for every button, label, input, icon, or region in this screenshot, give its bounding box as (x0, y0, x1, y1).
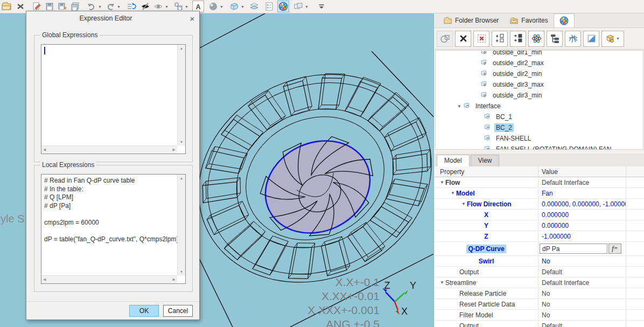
dialog-titlebar[interactable]: Expression Editor × (26, 11, 199, 25)
scroll-right-icon[interactable]: ▶ (173, 277, 176, 282)
property-row-swirl[interactable]: SwirlNo (435, 256, 644, 267)
tab-folder-browser[interactable]: Folder Browser (438, 13, 504, 27)
property-value: Default (542, 322, 562, 327)
property-row-z[interactable]: Z-1.000000 (435, 231, 644, 242)
window-layout-dropdown-icon[interactable]: ▼ (304, 5, 309, 9)
tab-model[interactable]: Model (437, 155, 470, 167)
undo-icon (87, 2, 96, 11)
shaded-display-button[interactable] (583, 31, 599, 47)
global-expressions-label: Global Expressions (40, 31, 100, 39)
expand-arrow-icon[interactable]: ▼ (460, 201, 467, 206)
close-icon[interactable]: × (185, 14, 199, 23)
delete-button[interactable] (455, 31, 471, 47)
tab-view[interactable]: View (471, 155, 500, 166)
cancel-button[interactable]: Cancel (163, 305, 193, 317)
tree-item-outside-dir2-min[interactable]: ()outside_dir2_min (436, 68, 643, 79)
property-name: Y (484, 222, 488, 229)
show-dropdown-icon[interactable]: ▼ (164, 5, 169, 9)
vertical-scrollbar[interactable]: ▲▼ (177, 45, 185, 145)
horizontal-scrollbar[interactable]: ◀▶ (41, 275, 177, 283)
text-caret (44, 47, 45, 54)
delete-marked-button[interactable] (473, 31, 489, 47)
dropdown-icon[interactable]: ▼ (615, 37, 621, 40)
select-region-button[interactable] (437, 31, 453, 47)
property-value: Default (542, 268, 562, 276)
tree-item-outside-dir3-min[interactable]: ()outside_dir3_min (436, 90, 643, 101)
close-window-button[interactable] (15, 1, 26, 12)
domains-tree-button[interactable] (547, 31, 563, 47)
local-expressions-label: Local Expressions (40, 161, 96, 169)
vertical-scrollbar[interactable]: ▲▼ (177, 175, 185, 275)
render-style-dropdown-icon[interactable]: ▼ (219, 5, 224, 9)
scroll-left-icon[interactable]: ◀ (43, 148, 46, 152)
property-row-reset-particle-data[interactable]: Reset Particle DataNo (435, 299, 644, 310)
property-value: 0.000000 (542, 211, 569, 219)
property-row-output[interactable]: OutputDefault (435, 267, 644, 277)
property-name: Swirl (479, 258, 494, 265)
property-row-streamline[interactable]: ▼StreamlineDefault Interface (435, 277, 644, 288)
property-row-q-dp-curve[interactable]: Q-DP Curvef= (435, 242, 644, 256)
named-views-dropdown-icon[interactable]: ▼ (240, 5, 245, 9)
section-button[interactable] (248, 1, 260, 12)
physics-models-button[interactable] (528, 31, 544, 47)
expand-arrow-icon[interactable]: ▼ (450, 191, 456, 196)
tree-item-fan-shell[interactable]: FAN-SHELL (436, 133, 643, 144)
tree-item-label: outside_dir2_min (491, 69, 543, 78)
scroll-up-icon[interactable]: ▲ (180, 176, 184, 180)
property-row-release-particle[interactable]: Release ParticleNo (435, 288, 644, 299)
render-style-button[interactable] (207, 1, 219, 12)
undo-dropdown-icon[interactable]: ▼ (97, 5, 102, 9)
property-name: Output (459, 322, 479, 327)
property-row-flow-direction[interactable]: ▼Flow Direction0.000000, 0.000000, -1.00… (435, 199, 644, 210)
scroll-up-icon[interactable]: ▲ (180, 46, 184, 50)
tree-item-bc-1[interactable]: BC_1 (436, 112, 643, 122)
fan-analysis-button[interactable] (277, 1, 289, 12)
expand-all-button[interactable] (492, 31, 508, 47)
window-layout-button[interactable] (292, 1, 304, 12)
display-options-button[interactable]: ▼ (601, 31, 624, 47)
ok-button[interactable]: OK (129, 305, 159, 317)
qdp-curve-input[interactable] (540, 243, 607, 254)
property-row-filter-model[interactable]: Filter ModelNo (435, 310, 644, 321)
tree-item-interface[interactable]: ▼Interface (436, 101, 643, 112)
tree-item-label: outside_dir1_min (491, 50, 543, 57)
property-row-output[interactable]: OutputDefault (435, 321, 644, 327)
save-view-dropdown-icon[interactable]: ▼ (184, 5, 189, 9)
redo-icon (106, 2, 115, 11)
property-row-x[interactable]: X0.000000 (435, 210, 644, 220)
save-as-icon (58, 2, 67, 11)
scroll-down-icon[interactable]: ▼ (180, 140, 184, 144)
function-editor-button[interactable]: f= (608, 243, 621, 254)
expand-arrow-icon[interactable]: ▼ (455, 104, 464, 109)
property-row-model[interactable]: ▼ModelFan (435, 188, 644, 199)
tree-item-outside-dir1-min[interactable]: ()outside_dir1_min (436, 50, 643, 58)
tree-item-outside-dir3-max[interactable]: ()outside_dir3_max (436, 79, 643, 90)
mesh-button[interactable] (565, 31, 581, 47)
global-expressions-textarea[interactable]: ▲▼ ◀▶ (41, 44, 186, 154)
global-expressions-group: Global Expressions ▲▼ ◀▶ (34, 35, 193, 162)
tree-item-outside-dir2-max[interactable]: ()outside_dir2_max (436, 58, 643, 68)
tree-item-fan-shell-rotating-domain-fan[interactable]: FAN-SHELL (ROTATING DOMAIN) FAN (436, 144, 643, 150)
property-row-y[interactable]: Y0.000000 (435, 220, 644, 231)
property-value: No (542, 290, 550, 297)
tree-item-bc-2[interactable]: BC_2 (436, 122, 643, 133)
scroll-left-icon[interactable]: ◀ (43, 277, 46, 282)
tab-fan-analysis[interactable] (554, 13, 575, 27)
collapse-toolbar-button[interactable] (316, 1, 327, 12)
expand-arrow-icon[interactable]: ▼ (439, 180, 445, 185)
horizontal-scrollbar[interactable]: ◀▶ (41, 145, 177, 154)
scroll-right-icon[interactable]: ▶ (173, 148, 176, 152)
open-folder-button[interactable] (1, 1, 12, 12)
interface-icon (484, 124, 492, 131)
checklist-button[interactable] (263, 1, 275, 12)
tab-favorites[interactable]: *Favorites (504, 13, 553, 27)
save-copy-icon (71, 2, 80, 11)
expand-arrow-icon[interactable]: ▼ (439, 280, 445, 285)
local-expressions-textarea[interactable]: # Read in Fan Q-dP curve table # In the … (41, 174, 186, 284)
scroll-down-icon[interactable]: ▼ (180, 270, 184, 274)
named-views-button[interactable] (228, 1, 240, 12)
save-icon (45, 2, 54, 11)
redo-dropdown-icon[interactable]: ▼ (116, 5, 121, 9)
collapse-all-button[interactable] (510, 31, 526, 47)
property-row-flow[interactable]: ▼FlowDefault Interface (435, 177, 644, 188)
